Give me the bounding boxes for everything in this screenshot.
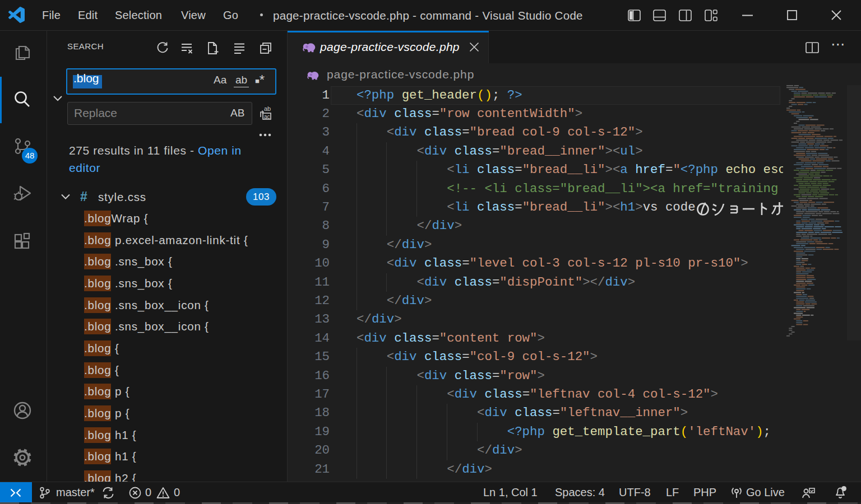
svg-text:ab: ab [264, 106, 271, 112]
svg-text:ac: ac [264, 114, 270, 120]
